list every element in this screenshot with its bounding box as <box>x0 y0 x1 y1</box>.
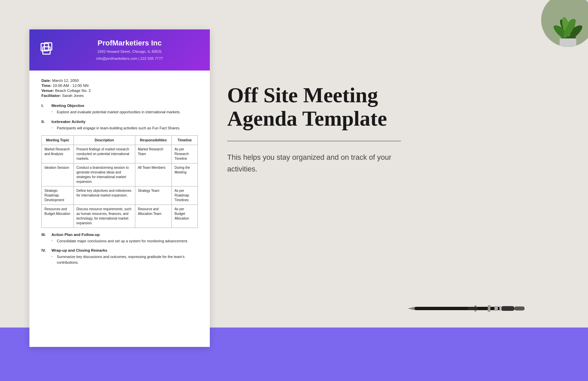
table-cell-responsibilities: Market Research Team <box>135 145 172 163</box>
svg-rect-15 <box>488 305 490 312</box>
section-icebreaker: II. Icebreaker Activity - Participants w… <box>41 120 198 131</box>
document: ProfMarketiers Inc 1692 Howard Street, C… <box>29 29 210 347</box>
table-cell-timeline: During the Meeting <box>172 163 198 186</box>
meta-date: Date: March 12, 2050 <box>41 79 198 83</box>
document-meta: Date: March 12, 2050 Time: 10:00 AM - 12… <box>41 79 198 98</box>
svg-marker-16 <box>408 307 414 310</box>
table-row: Resources and Budget AllocationDiscuss r… <box>42 205 198 228</box>
table-cell-timeline: As per Budget Allocation <box>172 205 198 228</box>
section-item: - Consolidate major conclusions and set … <box>41 238 198 244</box>
col-description: Description <box>74 136 135 145</box>
table-cell-timeline: As per Roadmap Timelines <box>172 186 198 205</box>
meta-facilitator: Facilitator: Sarah Jones <box>41 94 198 98</box>
company-address-line1: 1692 Howard Street, Chicago, IL 60631 <box>59 49 200 54</box>
plant-decoration <box>521 0 588 53</box>
table-header-row: Meeting Topic Description Responsibiliti… <box>42 136 198 145</box>
svg-rect-19 <box>468 307 478 310</box>
right-panel: Off Site Meeting Agenda Template This he… <box>227 84 528 175</box>
table-cell-description: Define key objectives and milestones for… <box>74 186 135 205</box>
title-line1: Off Site Meeting <box>227 84 528 107</box>
table-row: Market Research and AnalysisPresent find… <box>42 145 198 163</box>
subtitle: This helps you stay organized and on tra… <box>227 151 401 175</box>
meta-venue: Venue: Beach Cottage No. 2 <box>41 89 198 93</box>
svg-rect-18 <box>514 306 525 310</box>
table-cell-responsibilities: Strategy Team <box>135 186 172 205</box>
document-header: ProfMarketiers Inc 1692 Howard Street, C… <box>29 29 210 71</box>
section-action-plan: III. Action Plan and Follow-up - Consoli… <box>41 233 198 244</box>
svg-rect-17 <box>501 306 514 311</box>
section-item: - Explore and evaluate potential market … <box>41 109 198 115</box>
table-cell-topic: Ideation Session <box>42 163 74 186</box>
table-cell-description: Present findings of market research cond… <box>74 145 135 163</box>
table-cell-topic: Strategic Roadmap Development <box>42 186 74 205</box>
section-item: - Summarize key discussions and outcomes… <box>41 254 198 265</box>
svg-rect-21 <box>499 306 501 311</box>
table-cell-timeline: As per Research Timeline <box>172 145 198 163</box>
table-cell-topic: Market Research and Analysis <box>42 145 74 163</box>
svg-rect-9 <box>560 38 576 47</box>
section-wrap-up: IV. Wrap-up and Closing Remarks - Summar… <box>41 248 198 265</box>
table-cell-responsibilities: All Team Members <box>135 163 172 186</box>
table-row: Ideation SessionConduct a brainstorming … <box>42 163 198 186</box>
title-line2: Agenda Template <box>227 107 528 130</box>
company-logo <box>39 40 59 60</box>
table-cell-description: Conduct a brainstorming session to gener… <box>74 163 135 186</box>
document-body: Date: March 12, 2050 Time: 10:00 AM - 12… <box>29 71 210 278</box>
pen-decoration <box>408 303 528 316</box>
meta-time: Time: 10:00 AM - 12:00 NN <box>41 84 198 88</box>
section-meeting-objective: I. Meeting Objective - Explore and evalu… <box>41 104 198 115</box>
col-timeline: Timeline <box>172 136 198 145</box>
company-address-line2: info@profmarketiers.com | 222 555 7777 <box>59 56 200 61</box>
company-info: ProfMarketiers Inc 1692 Howard Street, C… <box>59 39 200 61</box>
svg-rect-20 <box>494 306 498 311</box>
company-name: ProfMarketiers Inc <box>59 39 200 47</box>
title-divider <box>227 141 401 141</box>
table-cell-description: Discuss resource requirements, such as h… <box>74 205 135 228</box>
section-item: - Participants will engage in team-build… <box>41 125 198 131</box>
document-footer-bar <box>29 361 210 381</box>
main-title: Off Site Meeting Agenda Template <box>227 84 528 131</box>
table-cell-responsibilities: Resource and Allocation Team <box>135 205 172 228</box>
agenda-table: Meeting Topic Description Responsibiliti… <box>41 135 198 228</box>
table-cell-topic: Resources and Budget Allocation <box>42 205 74 228</box>
col-meeting-topic: Meeting Topic <box>42 136 74 145</box>
table-row: Strategic Roadmap DevelopmentDefine key … <box>42 186 198 205</box>
col-responsibilities: Responsibilities <box>135 136 172 145</box>
